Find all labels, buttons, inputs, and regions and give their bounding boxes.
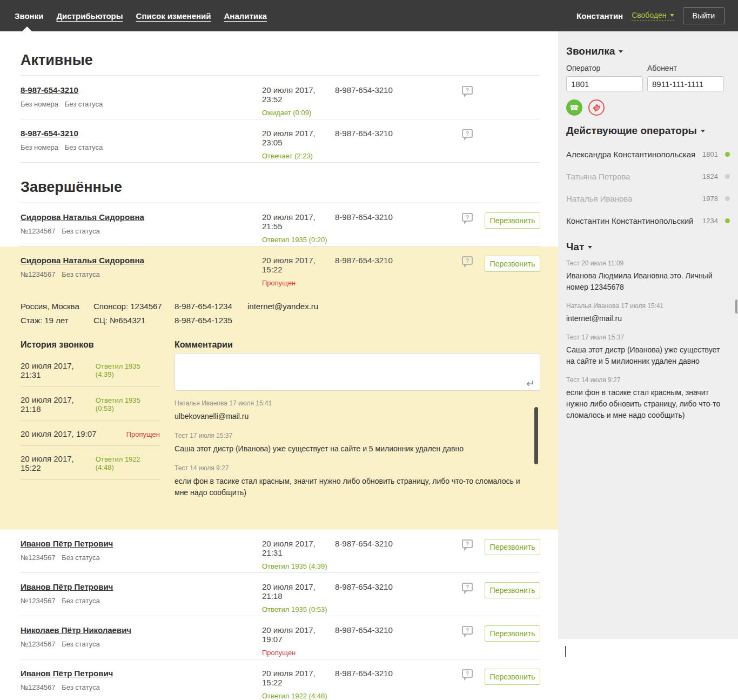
online-status-dot	[725, 152, 730, 157]
history-row: 20 июля 2017, 15:22 Ответил 1922 (4:48)	[21, 446, 160, 480]
contact-status: Без статуса	[62, 270, 99, 278]
logout-button[interactable]: Выйти	[683, 7, 724, 24]
operator-row[interactable]: Александра Константинопольская 1801	[566, 143, 730, 165]
call-datetime: 20 июля 2017, 15:22	[262, 256, 335, 274]
operator-name: Татьяна Петрова	[566, 172, 702, 181]
comment-text: Саша этот дистр (Иванова) уже существует…	[175, 443, 528, 455]
subscriber-input[interactable]	[647, 76, 724, 91]
contact-name-link[interactable]: Николаев Пётр Николаевич	[21, 625, 131, 635]
chat-section-toggle[interactable]: Чат	[566, 241, 730, 253]
operator-input[interactable]	[566, 76, 643, 91]
recall-button[interactable]: Перезвонить	[485, 669, 540, 685]
finished-section-title: Завершённые	[21, 179, 540, 203]
history-datetime: 20 июля 2017, 21:18	[21, 395, 96, 414]
user-status-toggle[interactable]: Свободен	[632, 11, 674, 21]
call-status: Ответил 1922 (4:48)	[262, 692, 335, 700]
finished-call-row[interactable]: Иванов Пётр Петрович №1234567 Без статус…	[21, 530, 540, 573]
call-icon[interactable]: ☎	[566, 99, 582, 116]
recall-button[interactable]: Перезвонить	[485, 256, 540, 272]
comment-question-icon[interactable]: ?	[462, 213, 473, 222]
chat-message: Тест 17 июля 15:37 Саша этот дистр (Иван…	[566, 334, 730, 367]
comment-input[interactable]	[175, 354, 540, 390]
chat-message-meta: Наталья Иванова 17 июля 15:41	[566, 302, 730, 310]
contact-name-link[interactable]: Иванов Пётр Петрович	[21, 669, 113, 678]
history-status: Пропущен	[126, 430, 160, 438]
chevron-down-icon	[701, 130, 705, 132]
chat-message-text: Саша этот дистр (Иванова) уже существует…	[566, 344, 730, 367]
hangup-icon[interactable]: ☎	[588, 99, 605, 116]
comment-question-icon[interactable]: ?	[462, 583, 473, 591]
operator-row[interactable]: Татьяна Петрова 1824	[566, 165, 730, 188]
comment-list: Наталья Иванова 17 июля 15:41 ulbekovane…	[175, 399, 540, 498]
comment-item: Тест 17 июля 15:37 Саша этот дистр (Иван…	[175, 432, 528, 455]
recall-button[interactable]: Перезвонить	[485, 625, 540, 642]
nav-item-calls[interactable]: Звонки	[15, 11, 43, 21]
comment-question-icon[interactable]: ?	[462, 539, 473, 548]
comment-question-icon[interactable]: ?	[462, 129, 473, 138]
call-status: Пропущен	[262, 649, 335, 657]
contact-name-link[interactable]: Сидорова Наталья Сидоровна	[21, 256, 144, 265]
history-row: 20 июля 2017, 19:07 Пропущен	[21, 421, 160, 446]
contact-sponsor: Спонсор: 1234567	[93, 302, 175, 311]
dialer-section-toggle[interactable]: Звонилка	[566, 45, 730, 57]
nav-item-analytics[interactable]: Аналитика	[224, 11, 267, 21]
contact-name-link[interactable]: 8-987-654-3210	[21, 129, 78, 138]
call-status: Ответил 1935 (0:20)	[262, 236, 335, 244]
active-call-row[interactable]: 8-987-654-3210 Без номера Без статуса 20…	[21, 119, 540, 163]
call-phone: 8-987-654-3210	[335, 539, 462, 548]
chat-message-text: если фон в тасике стал красным, значит н…	[566, 387, 730, 421]
contact-number: №1234567	[21, 640, 56, 648]
recall-button[interactable]: Перезвонить	[485, 582, 540, 598]
history-row: 20 июля 2017, 21:31 Ответил 1935 (4:39)	[21, 353, 160, 387]
comment-item: Тест 14 июля 9:27 если фон в тасике стал…	[175, 464, 528, 498]
call-datetime: 20 июля 2017, 21:55	[262, 212, 335, 231]
operator-row[interactable]: Наталья Иванова 1978	[566, 188, 730, 210]
finished-call-row-selected[interactable]: Сидорова Наталья Сидоровна №1234567 Без …	[21, 246, 540, 290]
chat-message: Тест 14 июля 9:27 если фон в тасике стал…	[566, 376, 730, 421]
operator-row[interactable]: Константин Константинопольский 1234	[566, 210, 730, 232]
operators-section-toggle[interactable]: Действующие операторы	[566, 125, 730, 137]
comment-meta: Тест 17 июля 15:37	[175, 432, 528, 439]
contact-name-link[interactable]: 8-987-654-3210	[21, 85, 78, 95]
chat-message-meta: Тест 20 июля 11:09	[566, 259, 730, 267]
contact-status: Без статуса	[62, 683, 99, 691]
contact-number: №1234567	[21, 554, 56, 562]
comment-question-icon[interactable]: ?	[462, 256, 473, 265]
enter-icon[interactable]: ↵	[526, 377, 535, 390]
finished-call-row[interactable]: Николаев Пётр Николаевич №1234567 Без ст…	[21, 616, 540, 659]
contact-tenure: Стаж: 19 лет	[21, 316, 93, 325]
recall-button[interactable]: Перезвонить	[485, 539, 540, 555]
call-status: Ожидает (0:09)	[262, 109, 335, 117]
finished-call-row[interactable]: Сидорова Наталья Сидоровна №1234567 Без …	[21, 203, 540, 246]
operator-name: Александра Константинопольская	[566, 150, 702, 159]
active-call-row[interactable]: 8-987-654-3210 Без номера Без статуса 20…	[21, 76, 540, 119]
contact-number: №1234567	[21, 683, 56, 691]
comment-question-icon[interactable]: ?	[462, 86, 473, 95]
contact-location: Россия, Москва	[21, 302, 93, 311]
contact-status: Без статуса	[65, 100, 103, 108]
comment-question-icon[interactable]: ?	[462, 669, 473, 678]
contact-name-link[interactable]: Иванов Пётр Петрович	[21, 582, 113, 591]
recall-button[interactable]: Перезвонить	[485, 212, 540, 229]
nav-item-changelog[interactable]: Список изменений	[136, 11, 211, 21]
comment-question-icon[interactable]: ?	[462, 626, 473, 635]
contact-status: Без статуса	[62, 554, 99, 562]
finished-call-row[interactable]: Иванов Пётр Петрович №1234567 Без статус…	[21, 573, 540, 616]
history-datetime: 20 июля 2017, 19:07	[21, 429, 96, 438]
chat-input[interactable]	[558, 639, 738, 700]
chat-message-text: Иванова Людмила Ивановна это. Личный ном…	[566, 270, 730, 293]
sidebar-scrollbar-thumb[interactable]	[735, 299, 737, 314]
expanded-call-panel: Сидорова Наталья Сидоровна №1234567 Без …	[0, 246, 558, 530]
nav-item-distributors[interactable]: Дистрибьюторы	[56, 11, 123, 21]
finished-call-row[interactable]: Иванов Пётр Петрович №1234567 Без статус…	[21, 659, 540, 700]
contact-sc: СЦ: №654321	[93, 316, 175, 325]
contact-status: Без статуса	[62, 597, 99, 605]
call-status: Пропущен	[262, 279, 335, 287]
contact-name-link[interactable]: Иванов Пётр Петрович	[21, 539, 113, 548]
contact-name-link[interactable]: Сидорова Наталья Сидоровна	[21, 212, 144, 222]
call-phone: 8-987-654-3210	[335, 669, 462, 678]
comments-scrollbar-thumb[interactable]	[534, 407, 538, 464]
subscriber-label: Абонент	[647, 64, 728, 72]
history-status: Ответил 1935 (4:39)	[96, 362, 160, 378]
active-section-title: Активные	[21, 52, 540, 76]
